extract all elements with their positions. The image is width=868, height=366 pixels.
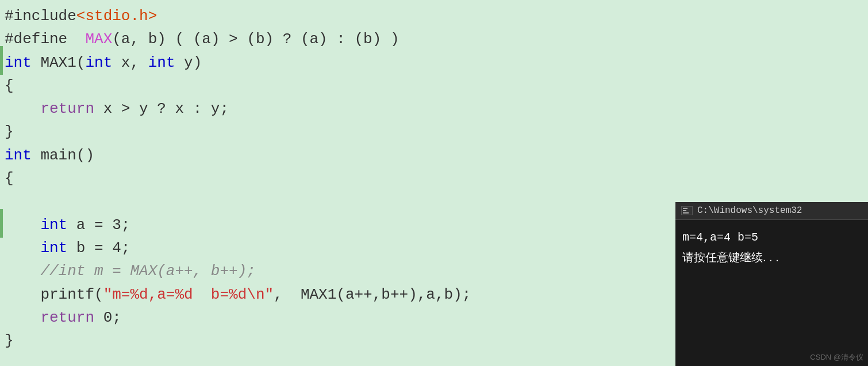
code-line-3: int MAX1(int x, int y) [5,51,868,74]
return-expr-1: x > y ? x : y; [94,97,229,120]
open-brace-2: { [5,167,14,190]
terminal-output-2: 请按任意键继续. . . [682,247,861,267]
type-int-main: int [5,144,32,167]
line-indicator-1 [0,46,3,75]
svg-rect-2 [683,210,686,211]
var-a: a = 3; [67,214,130,237]
type-int-a: int [5,214,67,237]
func-name: MAX1( [32,51,86,74]
terminal-icon [681,206,693,215]
param-y: y) [175,51,202,74]
type-int-3: int [148,51,175,74]
include-keyword: #include [5,5,76,28]
code-line-1: #include<stdio.h> [5,5,868,28]
type-int-1: int [5,51,32,74]
code-line-5: return x > y ? x : y; [5,97,868,120]
line-indicator-2 [0,209,3,238]
header-file: <stdio.h> [76,5,157,28]
code-line-4: { [5,74,868,97]
comment-line: //int m = MAX(a++, b++); [5,260,256,283]
define-keyword: #define [5,28,85,51]
return-zero: 0; [94,306,121,329]
code-line-7: int main() [5,144,868,167]
printf-args: , MAX1(a++,b++),a,b); [274,283,471,306]
format-string: "m=%d,a=%d b=%d\n" [103,283,274,306]
type-int-2: int [85,51,112,74]
macro-name: MAX [85,28,112,51]
close-brace-1: } [5,120,14,143]
macro-params: (a, b) ( (a) > (b) ? (a) : (b) ) [112,28,399,51]
code-line-6: } [5,120,868,143]
printf-call: printf( [5,283,103,306]
svg-rect-3 [683,212,689,214]
terminal-title: C:\Windows\system32 [697,205,802,216]
return-keyword-2: return [5,306,94,329]
code-line-2: #define MAX(a, b) ( (a) > (b) ? (a) : (b… [5,28,868,51]
code-line-8: { [5,167,868,190]
var-b: b = 4; [67,237,130,260]
main-func: main() [32,144,94,167]
terminal-output-1: m=4,a=4 b=5 [682,228,861,247]
code-editor: #include<stdio.h> #define MAX(a, b) ( (a… [0,0,868,366]
terminal-body: m=4,a=4 b=5 请按任意键继续. . . [675,220,868,275]
close-brace-2: } [5,329,14,352]
terminal-window: C:\Windows\system32 m=4,a=4 b=5 请按任意键继续.… [675,202,868,366]
terminal-titlebar: C:\Windows\system32 [675,202,868,220]
svg-rect-1 [683,208,688,209]
param-x: x, [112,51,148,74]
type-int-b: int [5,237,67,260]
terminal-watermark: CSDN @清令仪 [810,352,863,363]
open-brace-1: { [5,74,14,97]
return-keyword-1: return [5,97,94,120]
